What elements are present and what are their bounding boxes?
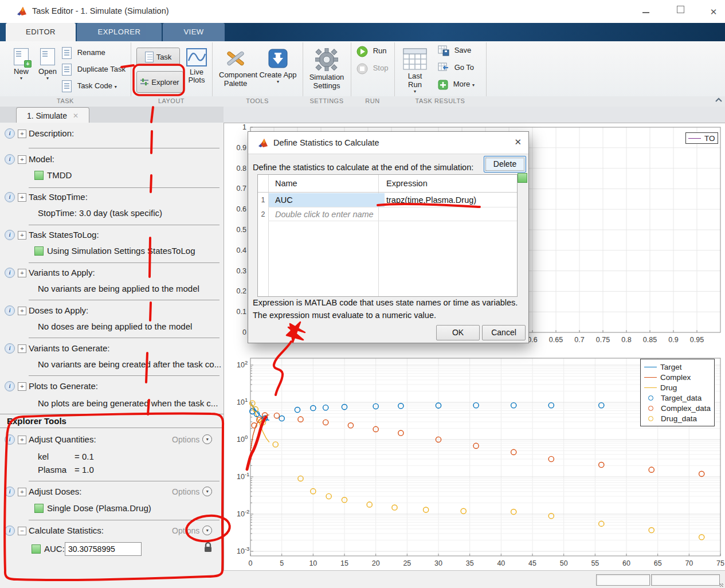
options-dropdown-icon[interactable]: ▾ <box>202 434 212 444</box>
svg-text:0: 0 <box>242 328 246 336</box>
svg-text:101: 101 <box>237 397 248 406</box>
info-icon[interactable]: i <box>5 487 15 497</box>
dialog-instruction: Define the statistics to calculate at th… <box>253 163 473 172</box>
more-results-button[interactable]: More ▾ <box>438 80 475 90</box>
expand-icon[interactable]: + <box>18 130 26 138</box>
options-dropdown-icon[interactable]: ▾ <box>202 526 212 535</box>
info-icon[interactable]: i <box>5 381 15 391</box>
chevron-down-icon: ▾ <box>472 83 475 88</box>
chevron-down-icon: ▾ <box>34 76 61 81</box>
axis-limit-field[interactable] <box>596 574 650 586</box>
dialog-close-icon[interactable]: ✕ <box>514 137 522 147</box>
info-icon[interactable]: i <box>5 526 15 536</box>
close-button[interactable]: ✕ <box>705 7 722 18</box>
collapse-icon[interactable]: − <box>18 527 26 535</box>
stat-expression-cell[interactable]: trapz(time,Plasma.Drug) <box>386 193 515 207</box>
rename-button[interactable]: Rename <box>62 47 105 59</box>
tab-view[interactable]: VIEW <box>163 23 225 41</box>
task-code-button[interactable]: Task Code ▾ <box>62 80 117 92</box>
resize-grip[interactable] <box>720 583 723 587</box>
model-checkbox[interactable] <box>34 171 44 180</box>
expand-icon[interactable]: + <box>18 231 26 240</box>
bottom-plot-legend[interactable]: TargetComplexDrugTarget_dataComplex_data… <box>640 359 715 426</box>
svg-text:102: 102 <box>237 359 248 369</box>
maximize-button[interactable] <box>672 6 689 17</box>
statestolog-checkbox[interactable] <box>34 246 44 256</box>
tab-simulate[interactable]: 1. Simulate ✕ <box>16 107 89 123</box>
live-plots-toggle[interactable]: Live Plots <box>185 48 209 84</box>
tab-editor[interactable]: EDITOR <box>6 23 76 41</box>
go-to-grid-icon <box>438 62 449 73</box>
options-dropdown-icon[interactable]: ▾ <box>202 487 212 496</box>
svg-text:0.85: 0.85 <box>643 336 657 344</box>
expand-icon[interactable]: + <box>18 436 26 444</box>
plot-area-header <box>224 107 725 123</box>
top-plot-legend[interactable]: TO <box>685 132 718 144</box>
expand-icon[interactable]: + <box>18 269 26 277</box>
svg-text:70: 70 <box>685 559 693 567</box>
svg-text:0.4: 0.4 <box>237 246 246 254</box>
new-task-button[interactable]: + New▾ <box>8 48 34 81</box>
info-icon[interactable]: i <box>5 305 15 316</box>
run-button[interactable]: Run <box>356 46 386 57</box>
info-icon[interactable]: i <box>5 268 15 278</box>
task-editor-window: Task Editor - 1. Simulate (Simulation) ✕… <box>0 0 725 588</box>
expand-icon[interactable]: + <box>18 155 26 164</box>
dialog-title-bar[interactable]: Define Statistics to Calculate ✕ <box>248 132 528 154</box>
open-task-button[interactable]: Open▾ <box>34 48 61 81</box>
tab-close-icon[interactable]: ✕ <box>73 112 79 120</box>
row-number: 2 <box>258 207 268 221</box>
tab-explorer[interactable]: EXPLORER <box>77 23 162 41</box>
dialog-note-2: The expression must evaluate to a numeri… <box>253 311 436 320</box>
expand-icon[interactable]: + <box>18 488 26 496</box>
adjust-quantities-options[interactable]: Options ▾ <box>172 434 212 444</box>
svg-text:0.7: 0.7 <box>574 336 584 344</box>
collapse-ribbon-icon[interactable] <box>714 96 723 104</box>
calculate-statistics-options[interactable]: Options ▾ <box>172 526 212 535</box>
info-icon[interactable]: i <box>5 434 15 445</box>
title-bar[interactable]: Task Editor - 1. Simulate (Simulation) ✕ <box>0 0 725 23</box>
svg-text:1: 1 <box>242 123 246 131</box>
svg-text:10-2: 10-2 <box>237 508 249 518</box>
duplicate-task-button[interactable]: Duplicate Task <box>62 64 126 76</box>
info-icon[interactable]: i <box>5 192 15 202</box>
stat-name-cell[interactable]: AUC <box>269 193 385 207</box>
layout-explorer-toggle[interactable]: Explorer <box>136 71 183 93</box>
info-icon[interactable]: i <box>5 154 15 164</box>
svg-text:0.5: 0.5 <box>237 226 246 234</box>
info-icon[interactable]: i <box>5 128 15 139</box>
last-run-button[interactable]: Last Run▾ <box>400 48 430 94</box>
statistics-table[interactable]: Name Expression 1 AUC trapz(time,Plasma.… <box>257 174 518 297</box>
column-header-expression[interactable]: Expression <box>386 175 428 192</box>
expand-icon[interactable]: + <box>18 382 26 391</box>
svg-text:10-1: 10-1 <box>237 471 249 481</box>
delete-button[interactable]: Delete <box>484 156 526 173</box>
cancel-button[interactable]: Cancel <box>482 325 526 340</box>
dose-checkbox[interactable] <box>34 504 44 513</box>
component-palette-button[interactable]: Component Palette <box>219 48 252 88</box>
svg-text:0.9: 0.9 <box>668 336 678 344</box>
save-results-button[interactable]: Save <box>438 45 471 56</box>
auc-checkbox[interactable] <box>32 544 41 554</box>
matlab-logo-icon <box>16 6 28 16</box>
simulation-settings-button[interactable]: Simulation Settings <box>307 48 346 90</box>
chevron-down-icon: ▾ <box>400 89 430 94</box>
go-to-button[interactable]: Go To <box>438 62 474 73</box>
new-stat-placeholder[interactable]: Double click to enter name <box>275 207 378 221</box>
info-icon[interactable]: i <box>5 230 15 240</box>
adjust-doses-options[interactable]: Options ▾ <box>172 487 212 496</box>
info-icon[interactable]: i <box>5 343 15 354</box>
stop-button[interactable]: Stop <box>356 63 388 75</box>
auc-value-input[interactable] <box>65 542 142 556</box>
lock-icon[interactable] <box>203 542 213 553</box>
expand-icon[interactable]: + <box>18 307 26 315</box>
expand-icon[interactable]: + <box>18 344 26 353</box>
column-header-name[interactable]: Name <box>275 175 297 192</box>
create-app-button[interactable]: Create App▾ <box>259 48 297 84</box>
svg-text:20: 20 <box>372 559 380 567</box>
ok-button[interactable]: OK <box>436 325 480 340</box>
layout-task-toggle[interactable]: Task <box>136 48 180 66</box>
expand-icon[interactable]: + <box>18 193 26 202</box>
minimize-button[interactable] <box>637 6 655 17</box>
axis-limit-field[interactable] <box>651 574 720 586</box>
